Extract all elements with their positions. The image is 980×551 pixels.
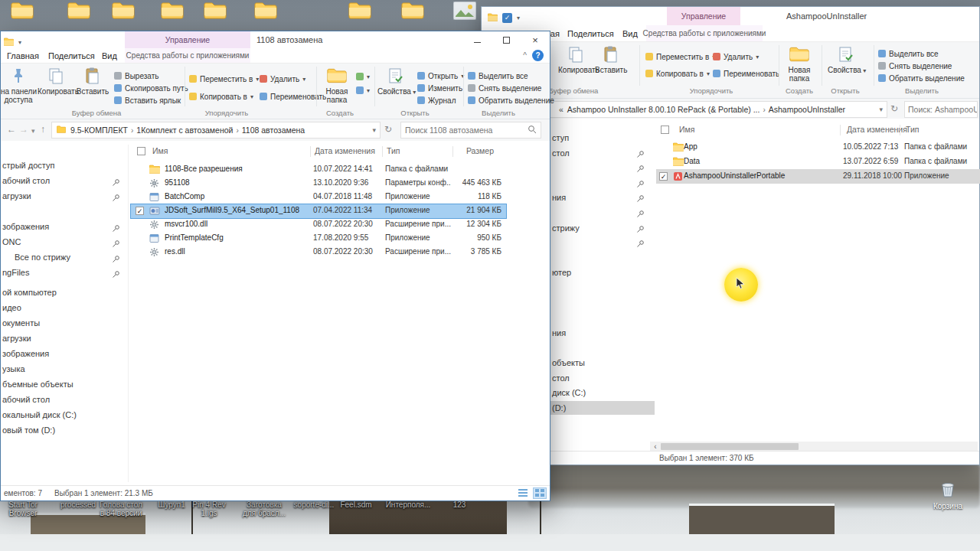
sidebar-item[interactable]: ой компьютер xyxy=(1,285,126,300)
back-icon[interactable]: ← xyxy=(7,124,16,135)
breadcrumb[interactable]: 1Комплект с автозаменой xyxy=(136,126,233,135)
minimize-button[interactable] xyxy=(462,31,492,48)
sidebar-item[interactable]: овый том (D:) xyxy=(1,422,126,438)
quick-access-toolbar[interactable]: ▾ xyxy=(4,35,21,49)
desktop-icon-folder[interactable] xyxy=(112,2,136,21)
paste-button[interactable]: Вставить xyxy=(76,65,109,96)
file-row[interactable]: 1108-Все разрешения10.07.2022 14:41Папка… xyxy=(131,163,506,177)
sidebar-item[interactable]: идео xyxy=(1,300,126,315)
history-button[interactable]: Журнал xyxy=(417,95,456,106)
new-folder-button[interactable]: Новая папка xyxy=(782,44,817,83)
sidebar-item[interactable]: зображения xyxy=(1,346,126,361)
column-header-type[interactable]: Тип xyxy=(906,125,920,134)
sidebar-item[interactable]: зображения xyxy=(1,219,126,234)
forward-icon[interactable]: → xyxy=(19,124,28,135)
open-button[interactable]: Открыть▾ xyxy=(417,70,464,81)
file-row[interactable]: ✓AshampooUninstallerPortable29.11.2018 1… xyxy=(656,169,980,184)
copy-to-button[interactable]: Копировать в▾ xyxy=(645,68,710,79)
sidebar-item[interactable]: стрижу xyxy=(549,221,655,235)
address-field[interactable]: 9.5-КОМПЛЕКТ › 1Комплект с автозаменой ›… xyxy=(51,122,381,139)
column-header-name[interactable]: Имя xyxy=(152,146,168,155)
desktop-icon-image[interactable] xyxy=(453,2,478,21)
delete-button[interactable]: Удалить▾ xyxy=(713,51,759,62)
file-row[interactable]: Data13.07.2022 6:59Папка с файлами xyxy=(656,155,980,169)
sidebar-item[interactable]: стрый доступ xyxy=(1,158,126,173)
desktop-icon-folder[interactable] xyxy=(401,2,426,21)
desktop-icon-folder[interactable] xyxy=(204,2,228,21)
sidebar-item[interactable]: абочий стол xyxy=(1,392,126,407)
move-to-button[interactable]: Переместить в▾ xyxy=(645,51,715,62)
sidebar-item[interactable]: диск (C:) xyxy=(549,386,655,399)
breadcrumb[interactable]: 9.5-КОМПЛЕКТ xyxy=(70,126,128,135)
file-row[interactable]: ✓JDSoft_SurfMill9.5_X64_Setup01_110807.0… xyxy=(131,204,506,218)
select-none-button[interactable]: Снять выделение xyxy=(878,60,952,71)
header-checkbox[interactable] xyxy=(661,126,669,134)
copy-button[interactable]: Копировать xyxy=(38,65,74,96)
file-row[interactable]: 95110813.10.2020 9:36Параметры конф...44… xyxy=(131,177,506,191)
qat-caret-icon[interactable]: ▾ xyxy=(517,15,520,21)
sidebar-item[interactable]: окументы xyxy=(1,315,126,331)
search-box[interactable]: Поиск 1108 автозамена xyxy=(400,122,541,139)
refresh-icon[interactable]: ↻ xyxy=(890,103,898,114)
search-box[interactable]: Поиск: AshampooUnInsta xyxy=(904,101,978,118)
qat-caret-icon[interactable]: ▾ xyxy=(18,39,21,46)
tab-application-tools[interactable]: Средства работы с приложениями xyxy=(646,25,763,41)
maximize-button[interactable] xyxy=(492,31,521,48)
thumbnails-view-icon[interactable] xyxy=(533,487,547,499)
breadcrumb-overflow[interactable]: « xyxy=(559,105,564,114)
desktop-icon-label[interactable]: Интерполя... xyxy=(380,500,436,509)
up-icon[interactable]: ↑ xyxy=(41,124,45,135)
address-dropdown-icon[interactable]: ▾ xyxy=(368,126,380,134)
delete-button[interactable]: Удалить▾ xyxy=(260,73,305,84)
ribbon-collapse-icon[interactable]: ^ xyxy=(523,51,527,60)
breadcrumb[interactable]: Ashampoo UnInstaller 8.00.10 RePack (& P… xyxy=(567,105,760,114)
sidebar-item[interactable]: стол xyxy=(549,371,655,385)
scrollbar-thumb[interactable] xyxy=(661,443,799,450)
tab-view[interactable]: Вид xyxy=(622,25,638,41)
paste-shortcut-button[interactable]: Вставить ярлык xyxy=(114,95,181,106)
paste-button[interactable]: Вставить xyxy=(595,44,627,74)
select-all-button[interactable]: Выделить все xyxy=(468,70,528,81)
file-row[interactable]: msvcr100.dll08.07.2022 20:30Расширение п… xyxy=(131,218,506,232)
select-all-button[interactable]: Выделить все xyxy=(878,48,939,59)
desktop-icon-label[interactable]: Start TorBrowser xyxy=(0,500,51,517)
details-view-icon[interactable] xyxy=(516,487,530,499)
tab-share[interactable]: Поделиться xyxy=(567,25,614,41)
select-none-button[interactable]: Снять выделение xyxy=(468,83,541,93)
sidebar-item[interactable]: окальный диск (C:) xyxy=(1,407,126,422)
header-checkbox[interactable] xyxy=(137,147,145,155)
copy-to-button[interactable]: Копировать в▾ xyxy=(189,91,253,102)
pin-to-quick-access-button[interactable]: на панели доступа xyxy=(1,65,36,104)
column-header-date[interactable]: Дата изменения xyxy=(847,125,907,134)
desktop-icon-folder[interactable] xyxy=(348,2,373,21)
titlebar[interactable]: ✓ ▾ Управление AshampooUnInstaller xyxy=(482,7,979,25)
help-icon[interactable]: ? xyxy=(532,50,544,61)
quick-access-toolbar[interactable]: ✓ ▾ xyxy=(488,11,520,24)
properties-button[interactable]: Свойства ▾ xyxy=(377,65,413,96)
address-field[interactable]: « Ashampoo UnInstaller 8.00.10 RePack (&… xyxy=(531,101,887,118)
sidebar-item[interactable]: Все по стрижу xyxy=(1,249,126,265)
breadcrumb[interactable]: 1108 автозамена xyxy=(242,126,305,135)
properties-button[interactable]: Свойства ▾ xyxy=(828,44,863,75)
sidebar-item[interactable]: ния xyxy=(549,326,655,340)
qat-check-icon[interactable]: ✓ xyxy=(502,13,512,23)
new-folder-button[interactable]: Новая папка xyxy=(319,65,354,104)
invert-selection-button[interactable]: Обратить выделение xyxy=(878,73,965,83)
address-dropdown-icon[interactable]: ▾ xyxy=(875,106,887,113)
desktop-icon-folder[interactable] xyxy=(161,2,185,21)
sidebar-item[interactable]: агрузки xyxy=(1,331,126,346)
sidebar-item[interactable]: объекты xyxy=(549,356,655,370)
column-header-type[interactable]: Тип xyxy=(387,146,400,155)
rename-button[interactable]: Переименовать xyxy=(713,68,779,79)
desktop-icon-label[interactable]: Pin 4 Rev1.igs xyxy=(181,500,237,517)
titlebar[interactable]: ▾ Управление 1108 автозамена × xyxy=(1,31,550,48)
desktop-icon-folder[interactable] xyxy=(254,2,279,21)
row-checkbox[interactable]: ✓ xyxy=(136,207,144,215)
recent-locations-icon[interactable]: ▾ xyxy=(31,126,35,136)
copy-path-button[interactable]: Скопировать путь xyxy=(114,83,188,93)
close-button[interactable]: × xyxy=(521,31,550,48)
copy-button[interactable]: Копировать xyxy=(558,44,593,74)
file-row[interactable]: res.dll08.07.2022 20:30Расширение при...… xyxy=(131,246,506,259)
tab-view[interactable]: Вид xyxy=(102,48,117,63)
column-header-name[interactable]: Имя xyxy=(679,125,694,134)
